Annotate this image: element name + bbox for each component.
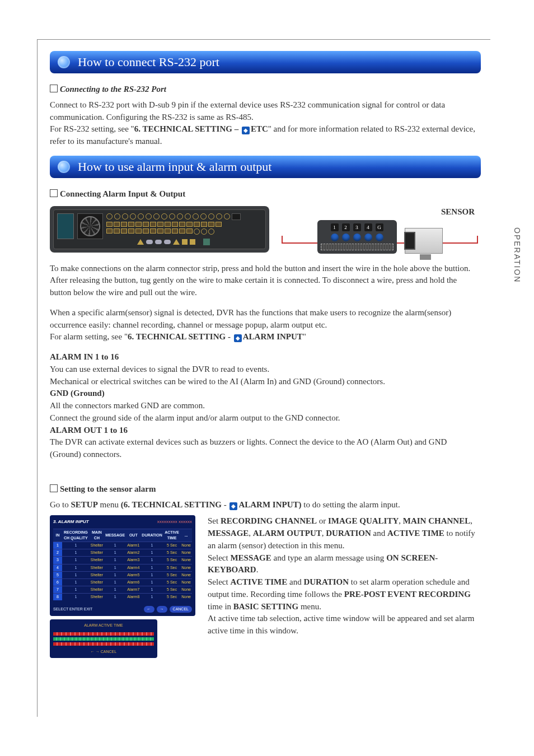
setting-sensor-go-to: Go to SETUP menu (6. TECHNICAL SETTING -…	[50, 499, 478, 511]
table-row: 71Shelter1Alarm715 SecNone	[53, 586, 192, 593]
settings-text-1: Set RECORDING CHANNEL or IMAGE QUALITY, …	[208, 515, 478, 552]
page-frame: How to connect RS-232 port Connecting to…	[37, 39, 490, 717]
alarm-out-text: The DVR can activate external devices su…	[50, 436, 478, 461]
alarm-ui-table: IN RECORDING CH QUALITY MAIN CH MESSAGE …	[53, 529, 192, 600]
alarm-in-text-2: Mechanical or electrical switches can be…	[50, 376, 478, 388]
sensor-label: SENSOR	[282, 206, 475, 218]
table-row: 31Shelter1Alarm315 SecNone	[53, 557, 192, 564]
ports-block	[106, 213, 241, 245]
side-tab-operation: OPERATION	[513, 227, 522, 283]
heading-rs232-text: How to connect RS-232 port	[78, 55, 219, 69]
triangle-icon	[137, 239, 144, 245]
bullet-icon	[58, 56, 70, 68]
triangle-icon	[173, 239, 180, 245]
table-row: 21Shelter1Alarm215 SecNone	[53, 549, 192, 557]
alarm-input-ui: 3. ALARM INPUT xxxxxxxxx xxxxxx IN RECOR…	[50, 515, 195, 616]
table-row: 11Shelter1Alarm115 SecNone	[53, 542, 192, 549]
sensor-num: 3	[353, 223, 361, 231]
alarm-ui-footer-left: SELECT ENTER EXIT	[53, 606, 92, 612]
active-time-title: ALARM ACTIVE TIME	[53, 623, 154, 628]
alarm-settings-text: Set RECORDING CHANNEL or IMAGE QUALITY, …	[208, 515, 478, 657]
sensor-num: 4	[364, 223, 372, 231]
rs232-paragraph-2: For RS-232 setting, see "6. TECHNICAL SE…	[50, 123, 478, 148]
alarm-ui-btn: ←	[144, 606, 154, 613]
col-message: MESSAGE	[104, 529, 126, 542]
col-active: ACTIVE TIME	[163, 529, 180, 542]
psu-icon	[57, 213, 74, 239]
gnd-text-1: All the connectors marked GND are common…	[50, 400, 478, 412]
sensor-num: 2	[342, 223, 350, 231]
alarm-out-heading: ALARM OUT 1 to 16	[50, 426, 128, 435]
alarm-ui-title: 3. ALARM INPUT	[53, 519, 89, 525]
alarm-in-text-1: You can use external devices to signal t…	[50, 363, 478, 376]
col-out: OUT	[126, 529, 140, 542]
dvr-rear-panel-figure	[50, 206, 269, 253]
rs232-paragraph-1: Connect to RS-232 port with D-sub 9 pin …	[50, 99, 478, 124]
checkbox-icon	[50, 189, 58, 197]
sensor-figure: SENSOR 1 2 3 4 G	[282, 206, 478, 253]
table-row: 81Shelter1Alarm815 SecNone	[53, 594, 192, 601]
alarm-in-heading: ALARM IN 1 to 16	[50, 352, 119, 361]
section-rs232-content: Connecting to the RS-232 Port Connect to…	[50, 83, 478, 148]
alarm-ui-brand: xxxxxxxxx xxxxxx	[157, 519, 192, 525]
gnd-heading: GND (Ground)	[50, 389, 105, 398]
heading-alarm: How to use alarm input & alarm output	[50, 156, 481, 178]
alarm-figure-row: SENSOR 1 2 3 4 G	[50, 206, 478, 253]
alarm-ui-btn: CANCEL	[170, 606, 192, 613]
alarm-paragraph-2: When a specific alarm(sensor) signal is …	[50, 307, 478, 332]
col-in: IN	[53, 529, 62, 542]
alarm-ui-btn: →	[157, 606, 167, 613]
sensor-module: 1 2 3 4 G	[317, 220, 397, 254]
checkbox-icon	[50, 484, 58, 492]
alarm-input-screenshot-column: 3. ALARM INPUT xxxxxxxxx xxxxxx IN RECOR…	[50, 515, 195, 657]
sensor-num: 1	[331, 223, 339, 231]
settings-text-4: At active time tab selection, active tim…	[208, 613, 478, 637]
heading-alarm-text: How to use alarm input & alarm output	[78, 160, 271, 174]
table-row: 41Shelter1Alarm415 SecNone	[53, 564, 192, 571]
camera-lens-icon	[404, 232, 415, 250]
col-quality: RECORDING CH QUALITY	[62, 529, 90, 542]
table-row: 51Shelter1Alarm515 SecNone	[53, 571, 192, 578]
menu-icon: ◆	[229, 502, 237, 510]
checkbox-icon	[50, 85, 58, 92]
heading-rs232: How to connect RS-232 port	[50, 51, 481, 73]
gnd-text-2: Connect the ground side of the alarm inp…	[50, 412, 478, 424]
alarm-active-time-ui: ALARM ACTIVE TIME ← → CANCEL	[50, 619, 157, 657]
col-duration: DURATION	[140, 529, 163, 542]
alarm-paragraph-1: To make connections on the alarm connect…	[50, 263, 478, 299]
section-alarm-content: Connecting Alarm Input & Output	[50, 188, 478, 658]
col-mainch: MAIN CH	[90, 529, 105, 542]
alarm-paragraph-3: For alarm setting, see "6. TECHNICAL SET…	[50, 331, 478, 343]
sub-setting-sensor: Setting to the sensor alarm	[50, 483, 478, 496]
camera-figure	[405, 228, 443, 254]
table-row: 61Shelter1Alarm615 SecNone	[53, 578, 192, 586]
menu-icon: ◆	[234, 334, 242, 342]
sensor-num: G	[376, 223, 383, 231]
settings-text-2: Select MESSAGE and type an alarm message…	[208, 552, 478, 577]
bullet-icon	[58, 161, 70, 173]
col-scroll: ...	[180, 529, 192, 542]
sub-connecting-alarm: Connecting Alarm Input & Output	[50, 188, 478, 200]
menu-icon: ◆	[242, 127, 250, 134]
fan-icon	[77, 213, 103, 239]
active-time-footer: ← → CANCEL	[53, 649, 154, 655]
settings-text-3: Select ACTIVE TIME and DURATION to set a…	[208, 576, 478, 613]
sub-connecting-rs232: Connecting to the RS-232 Port	[50, 83, 478, 96]
